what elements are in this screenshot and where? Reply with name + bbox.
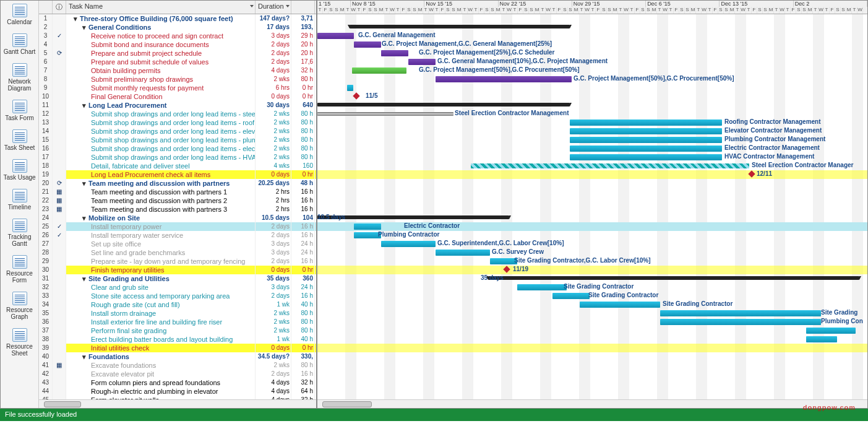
cost-cell[interactable]: 104 — [291, 214, 315, 222]
cost-cell[interactable]: 330, — [291, 352, 315, 361]
task-name-cell[interactable]: ▾Mobilize on Site — [66, 214, 256, 222]
task-row[interactable]: 27Set up site office3 days24 h — [39, 240, 316, 248]
duration-cell[interactable]: 4 days — [256, 66, 291, 75]
duration-cell[interactable]: 35 days — [256, 274, 291, 283]
grid-hscroll[interactable] — [39, 399, 316, 408]
gantt-bar[interactable] — [517, 284, 567, 290]
gantt-bar[interactable] — [488, 276, 859, 280]
duration-cell[interactable]: 2 wks — [256, 127, 291, 136]
duration-cell[interactable]: 2 hrs — [256, 205, 291, 214]
task-name-cell[interactable]: Erect building batter boards and layout … — [66, 335, 256, 344]
duration-cell[interactable]: 1 wk — [256, 300, 291, 309]
task-row[interactable]: 37Perform final site grading2 wks80 h — [39, 326, 316, 335]
task-row[interactable]: 10Final General Condition0 days0 hr — [39, 92, 316, 101]
task-name-cell[interactable]: Submit shop drawings and order long lead… — [66, 118, 256, 127]
duration-cell[interactable]: 2 days — [256, 49, 291, 58]
duration-cell[interactable]: 34.5 days? — [256, 352, 291, 361]
duration-cell[interactable]: 2 days — [256, 222, 291, 231]
task-row[interactable]: 11▾Long Lead Procurement30 days640 — [39, 101, 316, 110]
task-name-cell[interactable]: Final General Condition — [66, 92, 256, 101]
gantt-bar[interactable] — [408, 59, 436, 65]
task-row[interactable]: 17Submit shop drawings and order long le… — [39, 153, 316, 162]
sidebar-item-calendar[interactable]: Calendar — [1, 1, 38, 30]
gantt-bar[interactable] — [381, 50, 408, 56]
cost-cell[interactable]: 80 h — [291, 127, 315, 136]
gantt-bar[interactable] — [381, 241, 436, 247]
task-row[interactable]: 26✓Install temporary water service2 days… — [39, 231, 316, 240]
task-row[interactable]: 18Detail, fabricate and deliver steel4 w… — [39, 162, 316, 170]
gantt-bar[interactable] — [350, 25, 570, 28]
gantt-bar[interactable] — [317, 215, 509, 219]
duration-cell[interactable]: 2 days — [256, 231, 291, 240]
task-name-cell[interactable]: Clear and grub site — [66, 283, 256, 292]
task-row[interactable]: 21▦Team meeting and discussion with part… — [39, 188, 316, 196]
task-name-cell[interactable]: Excavate elevator pit — [66, 370, 256, 378]
duration-cell[interactable]: 0 days — [256, 344, 291, 352]
gantt-bar[interactable] — [580, 302, 660, 308]
gantt-bar[interactable] — [354, 41, 381, 48]
task-name-cell[interactable]: ▾Site Grading and Utilities — [66, 274, 256, 283]
duration-cell[interactable]: 2 wks — [256, 153, 291, 162]
task-row[interactable]: 4Submit bond and insurance documents2 da… — [39, 40, 316, 49]
gantt-bar[interactable] — [317, 103, 570, 106]
duration-cell[interactable]: 3 days — [256, 240, 291, 248]
task-name-cell[interactable]: Receive notice to proceed and sign contr… — [66, 32, 256, 40]
task-name-cell[interactable]: Team meeting and discussion with partner… — [66, 188, 256, 196]
col-task-name[interactable]: Task Name — [66, 1, 256, 14]
sidebar-item-task-sheet[interactable]: Task Sheet — [1, 126, 38, 156]
sidebar-item-resource-form[interactable]: Resource Form — [1, 252, 38, 289]
cost-cell[interactable]: 16 h — [291, 257, 315, 266]
milestone-marker[interactable] — [503, 266, 510, 272]
task-row[interactable]: 35Install storm drainage2 wks80 h — [39, 309, 316, 318]
duration-cell[interactable]: 0 days — [256, 266, 291, 274]
gantt-bar[interactable] — [354, 224, 381, 230]
col-info[interactable]: ⓘ — [53, 1, 66, 14]
sidebar-item-network-diagram[interactable]: Network Diagram — [1, 60, 38, 97]
milestone-marker[interactable] — [748, 170, 755, 177]
task-row[interactable]: 6Prepare and submit schedule of values2 … — [39, 58, 316, 66]
gantt-bar[interactable] — [660, 319, 821, 325]
cost-cell[interactable]: 80 h — [291, 144, 315, 153]
task-name-cell[interactable]: Stone site access and temporary parking … — [66, 292, 256, 300]
gantt-hscroll[interactable] — [317, 399, 867, 408]
task-row[interactable]: 38Erect building batter boards and layou… — [39, 335, 316, 344]
task-name-cell[interactable]: ▾Three-story Office Building (76,000 squ… — [66, 14, 256, 23]
sidebar-item-gantt-chart[interactable]: Gantt Chart — [1, 30, 38, 60]
task-row[interactable]: 33Stone site access and temporary parkin… — [39, 292, 316, 300]
duration-cell[interactable]: 1 wk — [256, 335, 291, 344]
duration-cell[interactable]: 2 wks — [256, 326, 291, 335]
cost-cell[interactable]: 0 hr — [291, 92, 315, 101]
task-name-cell[interactable]: Finish temporary utilities — [66, 266, 256, 274]
col-duration[interactable]: Duration — [256, 1, 291, 14]
duration-cell[interactable]: 0 days — [256, 170, 291, 179]
milestone-marker[interactable] — [353, 92, 359, 99]
gantt-bar[interactable] — [570, 137, 722, 143]
cost-cell[interactable]: 16 h — [291, 205, 315, 214]
duration-cell[interactable]: 3 days — [256, 248, 291, 257]
duration-cell[interactable]: 0 days — [256, 92, 291, 101]
task-row[interactable]: 7Obtain building permits4 days32 h — [39, 66, 316, 75]
cost-cell[interactable]: 17,6 — [291, 58, 315, 66]
task-row[interactable]: 25✓Install temporary power2 days16 h — [39, 222, 316, 231]
cost-cell[interactable]: 0 hr — [291, 170, 315, 179]
task-name-cell[interactable]: Excavate foundations — [66, 361, 256, 370]
task-name-cell[interactable]: Install exterior fire line and building … — [66, 318, 256, 326]
cost-cell[interactable]: 16 h — [291, 370, 315, 378]
task-name-cell[interactable]: Submit shop drawings and order long lead… — [66, 127, 256, 136]
duration-cell[interactable]: 3 days — [256, 32, 291, 40]
task-name-cell[interactable]: Team meeting and discussion with partner… — [66, 205, 256, 214]
duration-cell[interactable]: 2 wks — [256, 136, 291, 144]
duration-cell[interactable]: 20.25 days — [256, 179, 291, 188]
cost-cell[interactable]: 80 h — [291, 136, 315, 144]
task-name-cell[interactable]: Set line and grade benchmarks — [66, 248, 256, 257]
task-row[interactable]: 3✓Receive notice to proceed and sign con… — [39, 32, 316, 40]
task-name-cell[interactable]: Install temporary power — [66, 222, 256, 231]
cost-cell[interactable]: 80 h — [291, 318, 315, 326]
task-row[interactable]: 28Set line and grade benchmarks3 days24 … — [39, 248, 316, 257]
task-name-cell[interactable]: Long Lead Procurement check all items — [66, 170, 256, 179]
duration-cell[interactable]: 3 days — [256, 283, 291, 292]
cost-cell[interactable]: 32 h — [291, 66, 315, 75]
cost-cell[interactable]: 80 h — [291, 361, 315, 370]
cost-cell[interactable]: 80 h — [291, 326, 315, 335]
duration-cell[interactable]: 2 days — [256, 292, 291, 300]
